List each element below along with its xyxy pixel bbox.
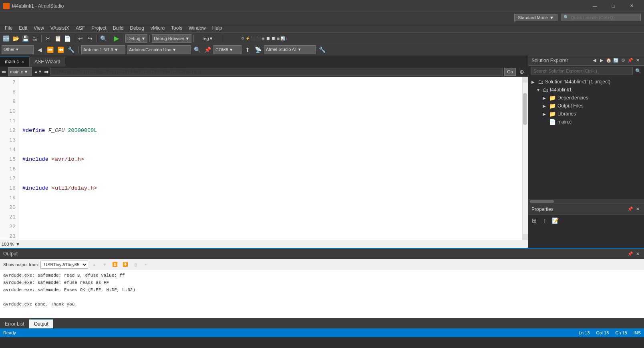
nav-back-icon[interactable]: ➡ — [2, 69, 6, 75]
quick-launch-input[interactable] — [571, 15, 631, 20]
tb2-btn4[interactable]: 🔧 — [66, 45, 75, 54]
output-scroll-up-btn[interactable]: ▲ — [90, 260, 99, 269]
menu-vmicro[interactable]: vMicro — [147, 24, 168, 32]
menu-tools[interactable]: Tools — [168, 24, 185, 32]
prop-close-btn[interactable]: ✕ — [634, 206, 641, 212]
arduino-ver-label: Arduino 1.6/1.9 — [83, 47, 113, 52]
minimize-button[interactable]: — — [586, 0, 604, 12]
board-dropdown[interactable]: Arduino/Genuino Uno▼ — [127, 45, 191, 54]
undo-btn[interactable]: ↩ — [76, 34, 85, 43]
se-home-btn[interactable]: 🏠 — [606, 57, 612, 64]
code-content[interactable]: #define F_CPU 20000000L #include <avr/io… — [19, 77, 522, 240]
bottom-tabs: Error List Output — [0, 318, 644, 328]
close-button[interactable]: ✕ — [622, 0, 641, 12]
tree-project[interactable]: ▼ 🗂 t44ablink1 — [528, 86, 644, 94]
output-bottom-btn[interactable]: ⏬ — [121, 260, 130, 269]
atmel-dropdown[interactable]: Atmel Studio AT ▾ — [264, 45, 316, 54]
zoom-btn[interactable]: 🔍 — [99, 34, 108, 43]
menu-window[interactable]: Window — [185, 24, 209, 32]
other-dropdown[interactable]: Other ▾ — [2, 45, 34, 54]
open-btn[interactable]: 📂 — [11, 34, 20, 43]
se-hscroll-thumb[interactable] — [530, 200, 554, 203]
output-content[interactable]: avrdude.exe: safemode: read 3, efuse val… — [0, 270, 644, 318]
tree-dependencies[interactable]: ▶ 📁 Dependencies — [528, 94, 644, 102]
bottom-tab-output[interactable]: Output — [29, 319, 53, 328]
se-pin-btn[interactable]: 📌 — [627, 57, 634, 64]
debug-browser-dropdown[interactable]: Debug Browser ▼ — [152, 34, 191, 43]
menu-asf[interactable]: ASF — [72, 24, 88, 32]
nav-file-dropdown[interactable]: main.c▼ — [8, 67, 32, 76]
se-close-btn[interactable]: ✕ — [634, 57, 641, 64]
output-wrap-btn[interactable]: ↵ — [142, 260, 151, 269]
copy-btn[interactable]: 📋 — [53, 34, 62, 43]
menu-edit[interactable]: Edit — [16, 24, 30, 32]
toolbar-extra-btns[interactable]: ⚙ ⚡ ⬛ ⬛ ◉ 🔲 🔲 ◼ 📊 ↕ — [224, 34, 304, 43]
tb2-btn2[interactable]: ⏩ — [46, 45, 54, 54]
output-pin-btn[interactable]: 📌 — [627, 251, 634, 257]
run-button[interactable]: ▶ — [112, 34, 121, 43]
output-scroll-down-btn[interactable]: ▼ — [100, 260, 109, 269]
status-bar: Ready Ln 13 Col 15 Ch 15 INS — [0, 328, 644, 337]
tb2-btn3[interactable]: ⏪ — [56, 45, 65, 54]
menu-view[interactable]: View — [30, 24, 47, 32]
output-source-select[interactable]: USBTiny ATtiny85 — [40, 261, 88, 269]
menu-build[interactable]: Build — [110, 24, 127, 32]
arduino-ver-dropdown[interactable]: Arduino 1.6/1.9▼ — [81, 45, 125, 54]
nav-path-input[interactable] — [50, 68, 503, 76]
menu-help[interactable]: Help — [209, 24, 225, 32]
nav-go-button[interactable]: Go — [504, 68, 516, 76]
menu-file[interactable]: File — [2, 24, 16, 32]
standard-mode-button[interactable]: Standard Mode ▼ — [514, 14, 557, 21]
reg-btn[interactable]: reg▼ — [196, 34, 220, 43]
menu-project[interactable]: Project — [88, 24, 109, 32]
tb2-btn1[interactable]: ◀ — [35, 45, 44, 54]
maximize-button[interactable]: □ — [604, 0, 622, 12]
zoom-dropdown-icon[interactable]: ▼ — [16, 242, 20, 247]
scroll-down-icon[interactable]: ▼ — [523, 234, 528, 240]
output-clear-btn[interactable]: 🗑 — [131, 260, 140, 269]
se-forward-btn[interactable]: ▶ — [598, 57, 605, 64]
new-btn[interactable]: 🆕 — [2, 34, 10, 43]
atmel-extra-btn[interactable]: 🔧 — [318, 45, 326, 54]
tab-asf-wizard[interactable]: ASF Wizard — [30, 57, 65, 67]
scrollbar-right[interactable]: ▲ ▼ — [522, 77, 528, 240]
paste-btn[interactable]: 📄 — [63, 34, 72, 43]
upload-btn[interactable]: ⬆ — [243, 45, 252, 54]
tree-solution[interactable]: ▶ 🗂 Solution 't44ablink1' (1 project) — [528, 78, 644, 86]
menu-vassistx[interactable]: VAssistX — [47, 24, 72, 32]
port-dropdown[interactable]: COM8▼ — [213, 45, 242, 54]
bottom-tab-error-list[interactable]: Error List — [0, 319, 29, 328]
tree-libraries[interactable]: ▶ 📁 Libraries — [528, 110, 644, 118]
scroll-thumb[interactable] — [523, 93, 527, 125]
prop-pin-btn[interactable]: 📌 — [627, 206, 634, 212]
redo-btn[interactable]: ↪ — [86, 34, 95, 43]
nav-forward-icon[interactable]: ➡ — [44, 69, 49, 75]
se-settings-btn[interactable]: ⚙ — [620, 57, 626, 64]
tab-main-c[interactable]: main.c ✕ — [0, 57, 30, 67]
scroll-up-icon[interactable]: ▲ — [523, 77, 528, 83]
output-close-btn[interactable]: ✕ — [634, 251, 641, 257]
prop-pages-btn[interactable]: 📝 — [551, 216, 559, 225]
output-toolbar: Show output from: USBTiny ATtiny85 ▲ ▼ ⏫… — [0, 259, 644, 270]
tab-main-c-close[interactable]: ✕ — [21, 60, 24, 64]
menu-bar: File Edit View VAssistX ASF Project Buil… — [0, 23, 644, 33]
prop-cat-btn[interactable]: ⊞ — [530, 216, 539, 225]
se-back-btn[interactable]: ◀ — [591, 57, 598, 64]
nav-up-btn[interactable]: ▲▼ — [34, 67, 42, 76]
save-all-btn[interactable]: 🗂 — [30, 34, 39, 43]
prop-alpha-btn[interactable]: ↕ — [540, 216, 549, 225]
pin-btn[interactable]: 📌 — [203, 45, 212, 54]
save-btn[interactable]: 💾 — [21, 34, 30, 43]
search-btn[interactable]: 🔍 — [193, 45, 201, 54]
debug-dropdown[interactable]: Debug ▼ — [125, 34, 147, 43]
se-sync-btn[interactable]: 🔄 — [613, 57, 619, 64]
nav-expand-btn[interactable]: ⊕ — [517, 67, 526, 76]
tree-output-files[interactable]: ▶ 📁 Output Files — [528, 102, 644, 110]
menu-debug[interactable]: Debug — [127, 24, 147, 32]
tree-main-c[interactable]: ▶ 📄 main.c — [528, 118, 644, 126]
cut-btn[interactable]: ✂ — [44, 34, 52, 43]
se-horizontal-scrollbar[interactable] — [528, 199, 644, 204]
se-search-input[interactable] — [531, 67, 633, 75]
serial-btn[interactable]: 📡 — [254, 45, 262, 54]
output-top-btn[interactable]: ⏫ — [111, 260, 119, 269]
